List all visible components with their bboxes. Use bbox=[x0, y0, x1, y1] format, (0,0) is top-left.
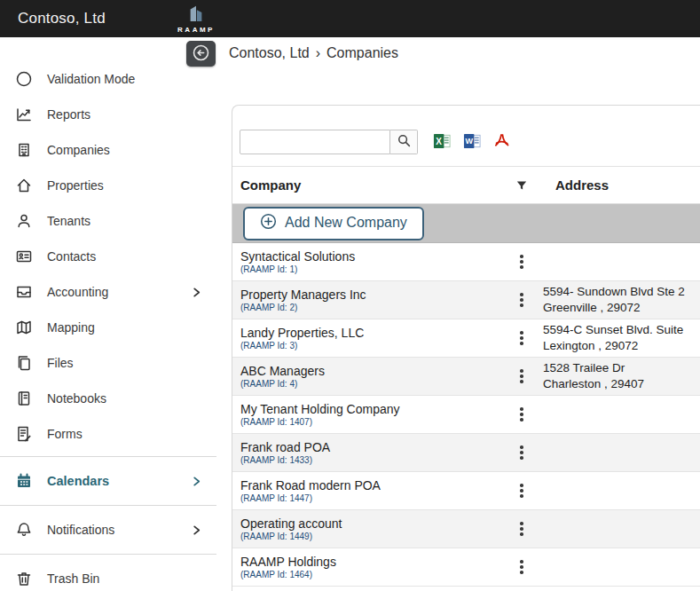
sidebar-item-label: Validation Mode bbox=[47, 72, 135, 86]
word-icon: W bbox=[463, 132, 482, 153]
sidebar-item-companies[interactable]: Companies bbox=[0, 132, 216, 168]
map-icon bbox=[14, 319, 34, 336]
row-menu-icon[interactable] bbox=[513, 288, 531, 311]
sidebar-item-notifications[interactable]: Notifications bbox=[0, 510, 216, 549]
table-row[interactable]: RAAMP Holdings (RAAMP Id: 1464) bbox=[232, 548, 700, 587]
sidebar-item-label: Files bbox=[47, 356, 74, 370]
svg-text:W: W bbox=[465, 137, 473, 146]
table-row[interactable]: My Tenant Holding Company (RAAMP Id: 140… bbox=[232, 396, 700, 434]
address-line1: 5594- Sundown Blvd Ste 2 bbox=[543, 284, 700, 300]
sidebar-item-trash-bin[interactable]: Trash Bin bbox=[0, 559, 216, 591]
notebook-icon bbox=[14, 390, 34, 407]
company-cell: Frank Road modern POA (RAAMP Id: 1447) bbox=[232, 478, 506, 503]
company-cell: RAAMP Holdings (RAAMP Id: 1464) bbox=[232, 555, 506, 579]
company-name: Property Managers Inc bbox=[240, 288, 506, 302]
breadcrumb: Contoso, Ltd›Companies bbox=[229, 45, 398, 61]
circle-arrow-left-icon bbox=[192, 43, 210, 65]
column-header-address: Address bbox=[538, 177, 700, 193]
form-pencil-icon bbox=[14, 425, 34, 443]
sidebar-item-label: Forms bbox=[47, 427, 83, 441]
table-row[interactable]: Operating account (RAAMP Id: 1449) bbox=[232, 510, 700, 548]
row-menu-icon[interactable] bbox=[513, 250, 531, 273]
trash-icon bbox=[14, 570, 34, 587]
raamp-logo: RAAMP bbox=[170, 0, 222, 37]
row-menu-icon[interactable] bbox=[513, 327, 531, 350]
sidebar-item-accounting[interactable]: Accounting bbox=[0, 274, 216, 310]
company-table-body: Syntactical Solutions (RAAMP Id: 1) Prop… bbox=[232, 243, 700, 587]
row-menu-icon[interactable] bbox=[513, 479, 531, 502]
add-new-company-label: Add New Company bbox=[285, 215, 407, 231]
sidebar-item-label: Companies bbox=[47, 143, 110, 157]
export-toolbar: X W bbox=[433, 132, 510, 153]
company-name: Landy Properties, LLC bbox=[240, 326, 506, 340]
breadcrumb-org[interactable]: Contoso, Ltd bbox=[229, 45, 310, 60]
address-line1: 5594-C Sunset Blvd. Suite bbox=[543, 322, 700, 338]
accounting-ledger-icon bbox=[14, 283, 34, 301]
row-menu-icon[interactable] bbox=[513, 365, 531, 388]
row-menu-icon[interactable] bbox=[513, 403, 531, 426]
sidebar: Validation Mode Reports Companies Proper… bbox=[0, 37, 216, 591]
sidebar-item-label: Trash Bin bbox=[47, 571, 99, 586]
company-name: ABC Managers bbox=[240, 364, 506, 378]
company-cell: My Tenant Holding Company (RAAMP Id: 140… bbox=[232, 402, 506, 427]
company-raamp-id: (RAAMP Id: 1447) bbox=[240, 493, 506, 503]
sidebar-item-files[interactable]: Files bbox=[0, 345, 216, 381]
sidebar-item-reports[interactable]: Reports bbox=[0, 97, 216, 132]
pdf-acrobat-icon bbox=[493, 132, 510, 152]
row-menu-icon[interactable] bbox=[513, 441, 531, 464]
sidebar-item-calendars[interactable]: Calendars bbox=[0, 461, 216, 500]
sidebar-item-mapping[interactable]: Mapping bbox=[0, 310, 216, 345]
sidebar-divider bbox=[0, 554, 216, 555]
sidebar-divider bbox=[0, 505, 216, 506]
back-button[interactable] bbox=[186, 41, 216, 67]
row-menu-icon[interactable] bbox=[513, 556, 531, 579]
chevron-right-icon bbox=[191, 476, 202, 487]
company-cell: Frank road POA (RAAMP Id: 1433) bbox=[232, 440, 506, 465]
company-cell: Landy Properties, LLC (RAAMP Id: 3) bbox=[232, 326, 506, 351]
home-icon bbox=[14, 177, 34, 194]
sidebar-item-label: Notebooks bbox=[47, 391, 106, 406]
table-row[interactable]: ABC Managers (RAAMP Id: 4) 1528 Trailee … bbox=[232, 358, 700, 396]
breadcrumb-separator: › bbox=[316, 45, 320, 60]
table-row[interactable]: Frank Road modern POA (RAAMP Id: 1447) bbox=[232, 472, 700, 510]
sidebar-item-contacts[interactable]: Contacts bbox=[0, 239, 216, 274]
company-raamp-id: (RAAMP Id: 1464) bbox=[240, 570, 506, 579]
raamp-logo-text: RAAMP bbox=[177, 26, 215, 34]
export-pdf-button[interactable] bbox=[493, 132, 510, 152]
company-name: Frank road POA bbox=[240, 440, 506, 454]
filter-funnel-icon[interactable] bbox=[515, 178, 529, 193]
row-menu-icon[interactable] bbox=[513, 517, 531, 540]
contact-card-icon bbox=[14, 248, 34, 265]
sidebar-item-validation-mode[interactable]: Validation Mode bbox=[0, 61, 216, 97]
add-new-company-button[interactable]: Add New Company bbox=[243, 207, 424, 240]
export-word-button[interactable]: W bbox=[463, 132, 482, 153]
search-group bbox=[240, 130, 418, 154]
sidebar-item-forms[interactable]: Forms bbox=[0, 416, 216, 452]
company-cell: Operating account (RAAMP Id: 1449) bbox=[232, 516, 506, 541]
company-cell: Syntactical Solutions (RAAMP Id: 1) bbox=[232, 249, 506, 274]
sidebar-divider bbox=[0, 456, 216, 457]
raamp-building-icon bbox=[185, 4, 207, 26]
sidebar-item-tenants[interactable]: Tenants bbox=[0, 203, 216, 239]
add-company-row: Add New Company bbox=[232, 204, 700, 243]
table-row[interactable]: Syntactical Solutions (RAAMP Id: 1) bbox=[232, 243, 700, 281]
company-name: Operating account bbox=[240, 516, 506, 531]
company-raamp-id: (RAAMP Id: 1449) bbox=[240, 532, 506, 541]
sidebar-item-label: Properties bbox=[47, 178, 104, 193]
search-input[interactable] bbox=[240, 130, 390, 154]
chevron-right-icon bbox=[191, 524, 202, 536]
companies-panel: X W bbox=[232, 105, 700, 591]
svg-text:X: X bbox=[436, 136, 442, 146]
export-excel-button[interactable]: X bbox=[433, 132, 452, 153]
bell-icon bbox=[14, 521, 34, 539]
search-button[interactable] bbox=[390, 130, 418, 154]
company-name: Syntactical Solutions bbox=[240, 249, 506, 264]
files-copy-icon bbox=[14, 354, 34, 372]
sidebar-item-properties[interactable]: Properties bbox=[0, 168, 216, 203]
sidebar-item-notebooks[interactable]: Notebooks bbox=[0, 381, 216, 416]
table-row[interactable]: Frank road POA (RAAMP Id: 1433) bbox=[232, 434, 700, 472]
building-icon bbox=[14, 141, 34, 159]
table-row[interactable]: Property Managers Inc (RAAMP Id: 2) 5594… bbox=[232, 281, 700, 319]
sidebar-item-label: Tenants bbox=[47, 214, 90, 228]
table-row[interactable]: Landy Properties, LLC (RAAMP Id: 3) 5594… bbox=[232, 319, 700, 358]
